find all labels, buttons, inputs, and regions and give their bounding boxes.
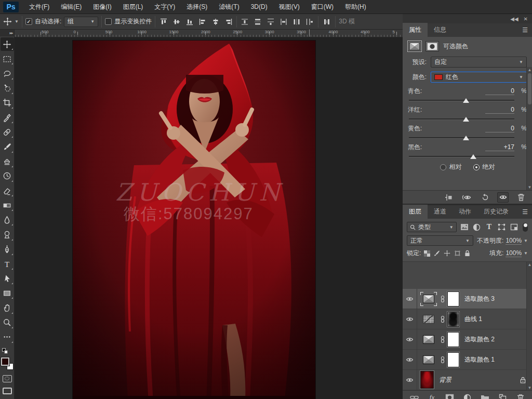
filter-pixel-layers-icon[interactable] <box>460 222 469 232</box>
align-left-icon[interactable] <box>197 17 208 27</box>
collapse-panels-icon[interactable]: ◀◀ <box>510 16 518 22</box>
layer-name[interactable]: 曲线 1 <box>464 315 482 324</box>
filter-shape-layers-icon[interactable] <box>497 222 506 232</box>
panel-menu-icon[interactable]: ☰ <box>522 208 528 216</box>
menu-3d[interactable]: 3D(D) <box>246 1 273 12</box>
layer-row-selective-color-2[interactable]: 选取颜色 2 <box>403 329 532 350</box>
document-canvas[interactable]: ZUOCHUN 微信:578094297 <box>73 41 315 399</box>
magenta-slider-thumb[interactable] <box>463 117 469 122</box>
menu-filter[interactable]: 滤镜(T) <box>214 1 244 14</box>
selective-color-adjustment-icon[interactable] <box>423 355 434 364</box>
lock-paint-icon[interactable] <box>434 250 440 257</box>
distribute-hcenter-icon[interactable] <box>291 17 302 27</box>
tool-preset[interactable]: ▼ <box>3 17 19 26</box>
background-layer-thumbnail[interactable] <box>420 371 434 389</box>
mask-link-icon[interactable] <box>440 315 445 323</box>
distribute-spacing-icon[interactable] <box>322 17 332 27</box>
cyan-value-field[interactable]: 0 <box>485 87 514 95</box>
yellow-value-field[interactable]: 0 <box>485 125 514 132</box>
layer-name[interactable]: 背景 <box>439 376 451 384</box>
menu-edit[interactable]: 编辑(E) <box>56 1 87 14</box>
layer-row-selective-color-3[interactable]: 选取颜色 3 <box>403 289 532 309</box>
scroll-down-icon[interactable]: ▼ <box>527 185 532 190</box>
filter-toggle-switch[interactable] <box>523 223 528 232</box>
scroll-up-icon[interactable]: ▲ <box>527 68 532 72</box>
crop-tool[interactable] <box>1 96 14 110</box>
layer-mask-thumbnail[interactable] <box>447 312 459 327</box>
align-right-icon[interactable] <box>223 17 234 27</box>
menu-window[interactable]: 窗口(W) <box>306 1 339 14</box>
mask-link-icon[interactable] <box>440 295 445 303</box>
close-panel-icon[interactable]: ✕ <box>524 16 528 22</box>
scroll-up-icon[interactable]: ▲ <box>527 262 532 267</box>
lock-transparent-icon[interactable] <box>424 250 430 257</box>
filter-adjustment-layers-icon[interactable] <box>472 222 481 232</box>
quick-select-tool[interactable] <box>1 82 14 95</box>
gradient-tool[interactable] <box>1 198 14 212</box>
tab-properties[interactable]: 属性 <box>403 23 428 37</box>
visibility-toggle[interactable] <box>403 309 417 329</box>
visibility-toggle[interactable] <box>403 370 417 390</box>
align-bottom-icon[interactable] <box>184 17 195 27</box>
absolute-radio[interactable]: 绝对 <box>473 163 495 171</box>
marquee-tool[interactable] <box>1 52 14 65</box>
add-mask-icon[interactable] <box>445 392 455 399</box>
menu-select[interactable]: 选择(S) <box>181 1 212 14</box>
layer-name[interactable]: 选取颜色 3 <box>464 295 495 303</box>
relative-radio[interactable]: 相对 <box>440 163 462 171</box>
layer-mask-thumbnail[interactable] <box>447 291 459 307</box>
mode-3d-label[interactable]: 3D 模 <box>339 17 355 26</box>
shape-tool[interactable] <box>1 286 14 300</box>
lock-all-icon[interactable] <box>464 250 470 257</box>
distribute-right-icon[interactable] <box>304 17 315 27</box>
layer-row-background[interactable]: 背景 <box>403 370 532 390</box>
layer-mask-icon[interactable] <box>425 41 439 51</box>
distribute-bottom-icon[interactable] <box>265 17 276 27</box>
layer-style-icon[interactable]: fx <box>427 392 437 399</box>
mask-link-icon[interactable] <box>440 336 445 343</box>
black-slider-thumb[interactable] <box>470 154 476 159</box>
tab-info[interactable]: 信息 <box>428 23 453 37</box>
layer-name[interactable]: 选取颜色 2 <box>464 335 495 344</box>
align-vcenter-icon[interactable] <box>171 17 182 27</box>
lock-position-icon[interactable] <box>444 250 450 257</box>
menu-image[interactable]: 图像(I) <box>88 1 116 14</box>
align-top-icon[interactable] <box>158 17 169 27</box>
menu-layer[interactable]: 图层(L) <box>118 1 149 14</box>
hand-tool[interactable] <box>1 301 14 315</box>
filter-smart-objects-icon[interactable] <box>509 222 518 232</box>
layers-scrollbar[interactable]: ▲ ▼ <box>526 262 532 390</box>
new-group-icon[interactable] <box>480 392 490 399</box>
foreground-color-swatch[interactable] <box>1 357 9 366</box>
scroll-down-icon[interactable]: ▼ <box>527 385 532 390</box>
mask-link-icon[interactable] <box>440 356 445 364</box>
layer-mask-thumbnail[interactable] <box>447 332 459 347</box>
auto-select-dropdown[interactable]: 组▼ <box>64 17 98 27</box>
scrollbar-thumb[interactable] <box>528 73 531 104</box>
layer-name[interactable]: 选取颜色 1 <box>464 355 495 364</box>
screen-mode-button[interactable] <box>3 388 12 394</box>
history-brush-tool[interactable] <box>1 169 14 183</box>
selective-color-adjustment-icon[interactable] <box>423 335 434 344</box>
clip-to-layer-icon[interactable] <box>443 192 454 203</box>
lasso-tool[interactable] <box>1 67 14 81</box>
distribute-vcenter-icon[interactable] <box>252 17 263 27</box>
layer-row-selective-color-1[interactable]: 选取颜色 1 <box>403 350 532 370</box>
preset-dropdown[interactable]: 自定 ▼ <box>431 57 527 68</box>
clone-stamp-tool[interactable] <box>1 155 14 168</box>
distribute-left-icon[interactable] <box>278 17 289 27</box>
horizontal-ruler[interactable]: 5000500100015002000250030003500400045005 <box>15 30 403 37</box>
fill-control[interactable]: 填充: 100% ▼ <box>489 249 528 258</box>
visibility-toggle[interactable] <box>403 350 417 370</box>
quick-mask-button[interactable] <box>3 375 12 382</box>
new-layer-icon[interactable] <box>498 392 508 399</box>
filter-type-dropdown[interactable]: 类型 ▼ <box>407 222 457 232</box>
menu-view[interactable]: 视图(V) <box>274 1 305 14</box>
properties-scrollbar[interactable]: ▲ ▼ <box>526 67 532 190</box>
canvas-area[interactable]: ZUOCHUN 微信:578094297 <box>15 37 403 399</box>
blend-mode-dropdown[interactable]: 正常 ▼ <box>407 235 473 246</box>
tab-actions[interactable]: 动作 <box>453 205 477 219</box>
healing-brush-tool[interactable] <box>1 125 14 139</box>
color-dropdown[interactable]: 红色 ▼ <box>431 72 527 83</box>
type-tool[interactable]: T <box>1 257 14 271</box>
